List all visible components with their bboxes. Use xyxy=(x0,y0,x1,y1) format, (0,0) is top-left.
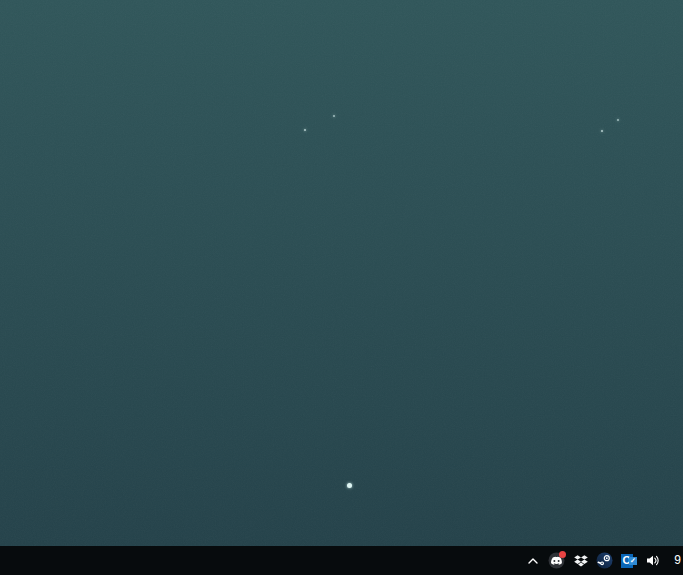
wallpaper-star xyxy=(347,483,352,488)
wallpaper-star xyxy=(617,119,619,121)
wallpaper-star xyxy=(304,129,306,131)
desktop xyxy=(0,0,683,546)
taskbar-clock[interactable]: 9 xyxy=(668,546,682,575)
outlook-check-tile: ✓ xyxy=(629,557,637,565)
taskbar[interactable]: O ✓ 9 xyxy=(0,546,683,575)
show-hidden-icons-chevron-icon[interactable] xyxy=(524,552,541,569)
discord-icon[interactable] xyxy=(548,552,565,569)
outlook-icon[interactable]: O ✓ xyxy=(620,552,637,569)
wallpaper-star xyxy=(601,130,603,132)
wallpaper-noise-texture xyxy=(0,0,683,546)
steam-icon[interactable] xyxy=(596,552,613,569)
dropbox-icon[interactable] xyxy=(572,552,589,569)
system-tray: O ✓ 9 xyxy=(524,546,683,575)
wallpaper-star xyxy=(333,115,335,117)
volume-icon[interactable] xyxy=(644,552,661,569)
